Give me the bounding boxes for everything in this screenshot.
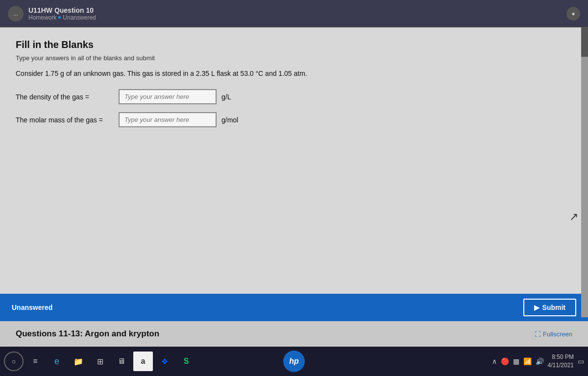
clock-time: 8:50 PM: [548, 353, 574, 361]
status-dot: [58, 16, 61, 19]
taskbar-s-app[interactable]: S: [176, 352, 196, 371]
scroll-thumb[interactable]: [581, 27, 588, 57]
density-input[interactable]: [119, 89, 217, 104]
molar-mass-unit: g/mol: [221, 116, 238, 124]
problem-text: Consider 1.75 g of an unknown gas. This …: [16, 70, 572, 77]
molar-mass-row: The molar mass of the gas = g/mol: [16, 112, 572, 127]
screen: ... U11HW Question 10 Homework Unanswere…: [0, 0, 588, 347]
taskbar-dropbox[interactable]: ❖: [155, 352, 174, 371]
section-title: Fill in the Blanks: [16, 39, 572, 50]
options-button[interactable]: ●: [566, 7, 580, 21]
taskbar-search[interactable]: ≡: [25, 352, 45, 371]
tray-wifi[interactable]: 📶: [523, 357, 532, 365]
submit-icon: ▶: [534, 304, 539, 311]
app-icon: ...: [8, 6, 24, 22]
density-row: The density of the gas = g/L: [16, 89, 572, 104]
main-content: Fill in the Blanks Type your answers in …: [0, 27, 588, 294]
fullscreen-button[interactable]: ⛶ Fullscreen: [535, 330, 572, 338]
app-title-area: U11HW Question 10 Homework Unanswered: [28, 6, 96, 21]
notification-icon[interactable]: ▭: [578, 357, 584, 365]
system-tray: ∧ 🔴 ▩ 📶 🔊 8:50 PM 4/11/2021 ▭: [492, 353, 584, 370]
taskbar-edge[interactable]: e: [47, 352, 67, 371]
taskbar-clock[interactable]: 8:50 PM 4/11/2021: [548, 353, 574, 370]
hp-logo: hp: [283, 351, 305, 372]
homework-label: Homework: [28, 14, 56, 21]
status-label: Unanswered: [63, 14, 96, 21]
bottom-bar: Unanswered ▶ Submit: [0, 294, 588, 321]
taskbar-files[interactable]: 📁: [69, 352, 88, 371]
scrollbar[interactable]: [581, 27, 588, 317]
molar-mass-input[interactable]: [119, 112, 217, 127]
taskbar-windows[interactable]: ⊞: [90, 352, 110, 371]
unanswered-label: Unanswered: [12, 304, 52, 311]
submit-button[interactable]: ▶ Submit: [523, 299, 576, 316]
fullscreen-icon: ⛶: [535, 330, 541, 338]
tray-volume[interactable]: 🔊: [536, 357, 544, 365]
cursor-arrow: ↗: [569, 211, 578, 223]
tray-up-arrow[interactable]: ∧: [492, 357, 497, 365]
tray-network[interactable]: 🔴: [501, 357, 509, 365]
tray-icons: ∧ 🔴 ▩ 📶 🔊: [492, 357, 544, 365]
start-button[interactable]: ○: [4, 352, 24, 371]
tray-display-settings[interactable]: ▩: [513, 357, 519, 365]
molar-mass-label: The molar mass of the gas =: [16, 116, 114, 124]
instructions-text: Type your answers in all of the blanks a…: [16, 54, 572, 62]
app-subtitle: Homework Unanswered: [28, 14, 96, 21]
taskbar-a-app[interactable]: a: [133, 352, 153, 371]
taskbar-display[interactable]: 🖥: [112, 352, 131, 371]
clock-date: 4/11/2021: [548, 361, 574, 370]
next-section-label: Questions 11-13: Argon and krypton: [16, 329, 159, 339]
fullscreen-label: Fullscreen: [543, 330, 572, 338]
app-header: ... U11HW Question 10 Homework Unanswere…: [0, 0, 588, 27]
next-section: Questions 11-13: Argon and krypton ⛶ Ful…: [0, 321, 588, 347]
start-icon: ○: [12, 357, 16, 365]
hp-logo-area: hp: [274, 347, 314, 376]
app-title: U11HW Question 10: [28, 6, 96, 14]
density-unit: g/L: [221, 93, 231, 101]
submit-label: Submit: [542, 304, 565, 311]
density-label: The density of the gas =: [16, 93, 114, 101]
